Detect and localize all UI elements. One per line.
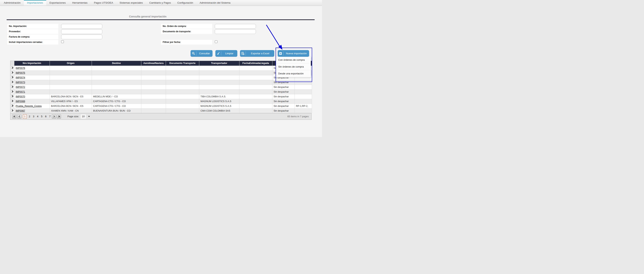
proveedor-input[interactable]: [61, 29, 102, 34]
cell-extra: RP-1,RP-2,: [294, 104, 312, 108]
cell-transportador: MAGNUM LOGISTICS S.A.S: [199, 99, 239, 104]
import-link-imp0070[interactable]: IMP0070: [16, 95, 25, 98]
row-expander[interactable]: [10, 70, 14, 75]
tab-administracion[interactable]: Administración: [0, 0, 24, 6]
cell-destino: [92, 80, 141, 85]
row-expander[interactable]: [10, 80, 14, 85]
import-link-imp0071[interactable]: IMP0071: [16, 90, 25, 93]
cell-extra: [294, 94, 312, 99]
pager-page-3[interactable]: 3: [32, 115, 36, 118]
import-link-imp0072[interactable]: IMP0072: [16, 86, 25, 88]
cell-aerolinea: [141, 70, 166, 75]
cell-estado: Sin despachar: [272, 94, 294, 99]
imports-grid: Nro ImportaciónOrigenDestinoAerolinea/Na…: [10, 61, 312, 113]
app-window: AdministraciónImportacionesExportaciones…: [0, 0, 322, 137]
imports-table: Nro ImportaciónOrigenDestinoAerolinea/Na…: [10, 61, 312, 120]
cell-transportador: [199, 66, 239, 70]
incluir-importaciones-cerradas-checkbox[interactable]: [61, 40, 64, 43]
cell-origen: [50, 75, 92, 80]
cell-destino: [92, 89, 141, 94]
cell-extra: [294, 85, 312, 89]
chevron-right-icon: [12, 81, 14, 83]
pager-next-button[interactable]: [52, 114, 56, 119]
exportar-label: Exportar a Excel: [246, 52, 274, 55]
cell-fecha: [239, 66, 272, 70]
consultar-button[interactable]: Consultar: [190, 50, 212, 57]
import-link-imp0075[interactable]: IMP0075: [16, 72, 25, 74]
tab-configuracion[interactable]: Configuración: [174, 0, 196, 6]
filter-row: Filtrar por fecha:: [161, 40, 256, 45]
chevron-right-icon: [12, 90, 14, 93]
limpiar-button[interactable]: Limpiar: [215, 50, 237, 57]
no-orden-de-compra-input[interactable]: [215, 24, 256, 29]
pager-page-7[interactable]: 7: [48, 115, 52, 118]
menu-item-sin-ordenes-de-compra[interactable]: Sin órdenes de compra: [276, 63, 311, 70]
pager-page-4[interactable]: 4: [36, 115, 40, 118]
last-page-icon: [58, 115, 60, 117]
filter-label-filtrar-por-fecha: Filtrar por fecha:: [161, 40, 212, 45]
cell-documento: [166, 80, 199, 85]
row-expander[interactable]: [10, 75, 14, 80]
cell-origen: XIAMEN XMN / XAM - CN: [50, 108, 92, 113]
pager-page-5[interactable]: 5: [40, 115, 44, 118]
row-expander[interactable]: [10, 66, 14, 70]
pager-page-1-current[interactable]: 1: [23, 114, 27, 119]
pager-prev-button[interactable]: [17, 114, 22, 119]
row-expander[interactable]: [10, 94, 14, 99]
tab-pagos-uts-oea[interactable]: Pagos UTS/OEA: [91, 0, 116, 6]
tab-herramientas[interactable]: Herramientas: [69, 0, 91, 6]
page-size-caret-icon[interactable]: [88, 116, 90, 117]
import-link-imp0069[interactable]: IMP0069: [16, 100, 25, 103]
menu-item-desde-una-exportacion[interactable]: Desde una exportación: [276, 70, 311, 77]
row-expander[interactable]: [10, 99, 14, 104]
filter-row: Proveedor:: [7, 29, 102, 34]
exportar-excel-button[interactable]: Exportar a Excel: [240, 50, 274, 57]
pager-page-2[interactable]: 2: [28, 115, 32, 118]
row-expander[interactable]: [10, 89, 14, 94]
filter-label-proveedor: Proveedor:: [7, 29, 58, 34]
import-link-imp0074[interactable]: IMP0074: [16, 76, 25, 79]
table-row: IMP0070BARCELONA BCN / BCN - ESMEDELLIN …: [10, 94, 312, 99]
tab-cambiario-y-pagos[interactable]: Cambiario y Pagos: [146, 0, 174, 6]
import-link-imp0067[interactable]: IMP0067: [16, 109, 25, 112]
tab-importaciones[interactable]: Importaciones: [24, 0, 46, 6]
import-link-imp0076[interactable]: IMP0076: [16, 67, 25, 69]
cell-documento: [166, 99, 199, 104]
table-row: IMP0069VILLAFAMES VFM / - ESCARTAGENA CT…: [10, 99, 312, 104]
cell-documento: [166, 89, 199, 94]
cell-extra: [294, 89, 312, 94]
tab-sistemas-especiales[interactable]: Sistemas especiales: [116, 0, 146, 6]
filter-label-documento-de-transporte: Documento de transporte:: [161, 29, 212, 34]
cell-aerolinea: [141, 108, 166, 113]
table-row: IMP0076Sin despachar: [10, 66, 312, 70]
table-header-row: Nro ImportaciónOrigenDestinoAerolinea/Na…: [10, 61, 312, 66]
cell-nro-importacion: Prueba_Reporte_Costos: [14, 104, 50, 108]
menu-item-con-ordenes-de-compra[interactable]: Con órdenes de compra: [276, 57, 311, 63]
pagination-bar: 1234567 Page size: 10 65 items in 7 page…: [10, 113, 312, 119]
cell-fecha: [239, 75, 272, 80]
cell-fecha: [239, 94, 272, 99]
tab-exportaciones[interactable]: Exportaciones: [46, 0, 69, 6]
factura-de-compra-input[interactable]: [61, 35, 102, 39]
row-expander[interactable]: [10, 108, 14, 113]
page-size-select[interactable]: 10: [81, 114, 86, 119]
import-link-prueba-reporte-costos[interactable]: Prueba_Reporte_Costos: [16, 105, 42, 107]
chevron-right-icon: [12, 104, 14, 107]
cell-origen: [50, 66, 92, 70]
row-expander[interactable]: [10, 104, 14, 108]
nueva-importacion-button[interactable]: Nueva importación: [278, 50, 309, 57]
import-link-imp0073[interactable]: IMP0073: [16, 81, 25, 84]
cell-documento: [166, 104, 199, 108]
documento-de-transporte-input[interactable]: [215, 29, 256, 34]
cell-fecha: [239, 104, 272, 108]
no-importacion-input[interactable]: [61, 24, 102, 29]
row-expander[interactable]: [10, 85, 14, 89]
filtrar-por-fecha-checkbox[interactable]: [215, 40, 218, 43]
pager-first-button[interactable]: [12, 114, 16, 119]
pager-page-6[interactable]: 6: [44, 115, 48, 118]
cell-destino: MEDELLIN MDE / - CO: [92, 94, 141, 99]
pager-last-button[interactable]: [57, 114, 61, 119]
tab-administracion-del-sistema[interactable]: Administración del Sistema: [196, 0, 234, 6]
cell-fecha: [239, 89, 272, 94]
cell-transportador: [199, 85, 239, 89]
